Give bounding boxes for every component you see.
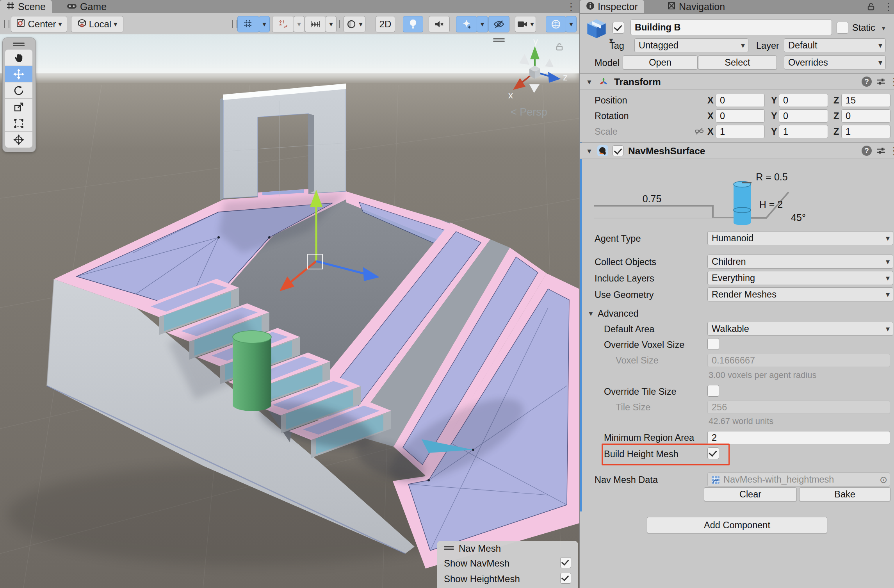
tab-game[interactable]: Game xyxy=(61,0,113,13)
gizmos-options-button[interactable]: ▾ xyxy=(566,16,577,32)
show-heightmesh-checkbox[interactable] xyxy=(560,573,571,584)
position-x-field[interactable]: 0 xyxy=(716,94,765,107)
agent-type-dropdown[interactable]: Humanoid ▾ xyxy=(707,231,893,245)
orientation-mode-button[interactable]: Local ▾ xyxy=(71,16,123,32)
tab-game-label: Game xyxy=(80,1,107,12)
2d-mode-button[interactable]: 2D xyxy=(376,16,395,32)
tile-size-label: Tile Size xyxy=(616,402,650,413)
gizmos-button[interactable] xyxy=(546,16,566,32)
toolbar-drag-handle[interactable] xyxy=(232,20,237,28)
scene-visibility-button[interactable] xyxy=(488,16,509,32)
rotation-x-field[interactable]: 0 xyxy=(716,109,765,123)
scale-label: Scale xyxy=(595,127,618,137)
draw-mode-button[interactable]: ▾ xyxy=(344,16,365,32)
show-heightmesh-label: Show HeightMesh xyxy=(444,574,520,584)
inspector-menu-icon[interactable]: ⋮ xyxy=(883,2,894,12)
advanced-label[interactable]: Advanced xyxy=(598,308,639,319)
help-icon[interactable]: ? xyxy=(862,77,872,87)
nav-mesh-data-field[interactable]: NavMesh-with_heightmesh ⊙ xyxy=(707,472,890,486)
chevron-down-icon: ▾ xyxy=(329,20,333,29)
prefab-cube-icon xyxy=(585,17,608,41)
transform-menu-icon[interactable]: ⋮ xyxy=(889,77,894,87)
gizmo-x-cone[interactable] xyxy=(513,78,525,90)
min-region-field[interactable]: 2 xyxy=(707,431,890,444)
tab-scene[interactable]: Scene xyxy=(0,0,52,13)
hand-tool-button[interactable] xyxy=(5,50,32,66)
camera-settings-button[interactable]: ▾ xyxy=(515,16,536,32)
toolbar-drag-handle[interactable] xyxy=(4,20,9,28)
voxel-size-label: Voxel Size xyxy=(616,355,659,366)
override-tile-checkbox[interactable] xyxy=(707,385,719,397)
chevron-down-icon: ▾ xyxy=(741,39,745,52)
scale-z-field[interactable]: 1 xyxy=(841,125,890,138)
overlay-drag-handle[interactable] xyxy=(13,45,25,46)
persp-arrow-icon: < xyxy=(511,106,517,118)
scene-viewport[interactable]: y x z < Persp Nav Mesh Show NavMesh Show… xyxy=(0,34,579,588)
measure-options-button[interactable]: ▾ xyxy=(326,16,337,32)
overlay-drag-handle[interactable] xyxy=(444,546,454,547)
override-voxel-checkbox[interactable] xyxy=(707,338,719,350)
rotate-tool-button[interactable] xyxy=(5,82,32,98)
use-geometry-dropdown[interactable]: Render Meshes ▾ xyxy=(707,287,893,301)
tab-inspector[interactable]: Inspector xyxy=(580,0,644,13)
bake-button[interactable]: Bake xyxy=(799,487,890,501)
scene-tab-menu-icon[interactable]: ⋮ xyxy=(566,2,576,12)
lock-icon[interactable] xyxy=(867,2,875,12)
effects-options-button[interactable]: ▾ xyxy=(477,16,488,32)
collect-objects-dropdown[interactable]: Children ▾ xyxy=(707,255,893,269)
projection-label[interactable]: < Persp xyxy=(511,106,547,118)
rotation-y-field[interactable]: 0 xyxy=(779,109,828,123)
show-navmesh-checkbox[interactable] xyxy=(560,557,571,568)
presets-icon[interactable] xyxy=(876,77,886,87)
rotation-z-field[interactable]: 0 xyxy=(841,109,890,123)
position-label: Position xyxy=(595,95,627,106)
presets-icon[interactable] xyxy=(876,146,886,157)
scene-lighting-button[interactable] xyxy=(403,16,423,32)
grid-snapping-button[interactable] xyxy=(237,16,259,32)
scale-x-field[interactable]: 1 xyxy=(716,125,765,138)
audio-mute-button[interactable] xyxy=(429,16,450,32)
pivot-mode-button[interactable]: Center ▾ xyxy=(11,16,67,32)
static-checkbox[interactable] xyxy=(837,22,848,34)
overlay-drag-handle[interactable] xyxy=(13,43,25,44)
gizmo-z-cone[interactable] xyxy=(548,72,561,83)
navmesh-enabled-checkbox[interactable] xyxy=(613,145,623,156)
gameobject-active-checkbox[interactable] xyxy=(613,22,624,34)
position-y-field[interactable]: 0 xyxy=(779,94,828,107)
model-open-button[interactable]: Open xyxy=(623,55,698,69)
transform-tool-button[interactable] xyxy=(5,132,32,148)
snap-increment-options-button[interactable]: ▾ xyxy=(294,16,305,32)
advanced-foldout-icon[interactable]: ▼ xyxy=(588,310,594,318)
default-area-dropdown[interactable]: Walkable ▾ xyxy=(707,322,893,336)
overlay-drag-handle[interactable] xyxy=(444,549,454,550)
position-z-field[interactable]: 15 xyxy=(841,94,890,107)
effects-button[interactable] xyxy=(456,16,477,32)
transform-foldout-icon[interactable]: ▼ xyxy=(586,78,593,86)
navmesh-display-overlay: Nav Mesh Show NavMesh Show HeightMesh xyxy=(437,541,578,588)
include-layers-dropdown[interactable]: Everything ▾ xyxy=(707,271,893,285)
snap-increment-button[interactable] xyxy=(272,16,294,32)
measure-tool-button[interactable] xyxy=(305,16,326,32)
add-component-button[interactable]: Add Component xyxy=(647,517,827,533)
build-height-mesh-checkbox[interactable] xyxy=(707,447,719,459)
static-options-icon[interactable]: ▾ xyxy=(882,24,885,32)
link-broken-icon[interactable] xyxy=(695,127,704,137)
rect-tool-button[interactable] xyxy=(5,115,32,131)
navmesh-foldout-icon[interactable]: ▼ xyxy=(586,148,593,155)
clear-button[interactable]: Clear xyxy=(704,487,797,501)
scale-y-field[interactable]: 1 xyxy=(779,125,828,138)
navmesh-menu-icon[interactable]: ⋮ xyxy=(889,146,894,156)
move-tool-button[interactable] xyxy=(5,66,32,82)
object-picker-icon[interactable]: ⊙ xyxy=(880,473,887,486)
scale-tool-button[interactable] xyxy=(5,99,32,115)
help-icon[interactable]: ? xyxy=(862,146,872,156)
layer-dropdown[interactable]: Default ▾ xyxy=(784,38,886,52)
model-select-button[interactable]: Select xyxy=(698,55,777,69)
overrides-dropdown[interactable]: Overrides ▾ xyxy=(784,55,886,69)
tab-navigation[interactable]: Navigation xyxy=(661,0,731,13)
tag-dropdown[interactable]: Untagged ▾ xyxy=(634,38,748,52)
gameobject-name-field[interactable]: Building B xyxy=(630,20,832,35)
gizmo-y-cone[interactable] xyxy=(530,46,540,59)
tag-label: Tag xyxy=(609,41,624,51)
grid-snapping-options-button[interactable]: ▾ xyxy=(259,16,270,32)
